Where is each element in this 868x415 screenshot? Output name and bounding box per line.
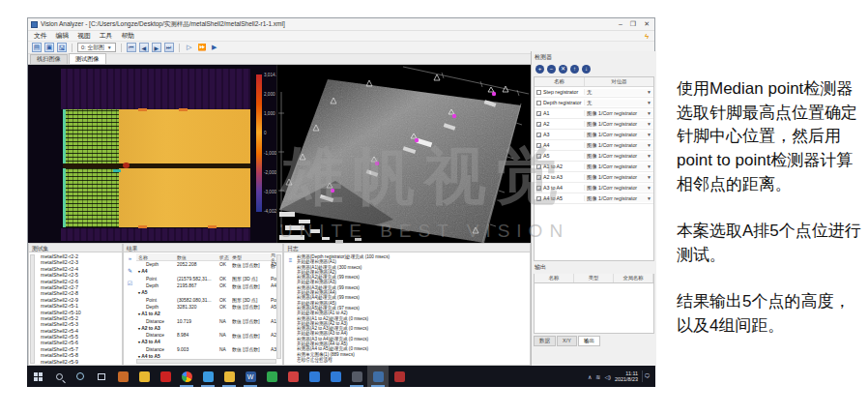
result-row[interactable]: Distance 10.719 NA 数值 [浮点数] A1A2 bbox=[136, 317, 276, 324]
detector-toolbar-button[interactable]: + bbox=[535, 65, 544, 74]
registrator-dropdown[interactable]: 图像 1/Corr registrator ▼ bbox=[585, 121, 653, 128]
detector-row[interactable]: A4 图像 1/Corr registrator ▼ bbox=[535, 140, 653, 151]
detector-row[interactable]: A2 to A3 图像 1/Corr registrator ▼ bbox=[535, 172, 653, 183]
detector-toolbar-button[interactable]: − bbox=[547, 65, 556, 74]
detector-checkbox[interactable] bbox=[536, 186, 541, 191]
run-all-button[interactable]: ⏩ bbox=[197, 43, 207, 52]
detector-row[interactable]: A3 图像 1/Corr registrator ▼ bbox=[535, 130, 653, 140]
detector-row[interactable]: A1 图像 1/Corr registrator ▼ bbox=[535, 108, 653, 119]
depth-heatmap-view[interactable]: 3,014.32,0001,0000-1,000-2,000-3,000-4,0… bbox=[28, 65, 276, 243]
taskbar-app-icon[interactable] bbox=[176, 366, 197, 387]
result-row[interactable]: A5 bbox=[136, 289, 276, 296]
registrator-dropdown[interactable]: 图像 1/Corr registrator ▼ bbox=[585, 132, 653, 138]
menu-item[interactable]: 视图 bbox=[77, 31, 91, 41]
volume-icon[interactable]: ◁) bbox=[604, 373, 611, 380]
detector-row[interactable]: A2 图像 1/Corr registrator ▼ bbox=[535, 119, 653, 130]
image-tab[interactable]: 测试图像 bbox=[69, 53, 106, 64]
menu-item[interactable]: 工具 bbox=[100, 31, 113, 41]
detector-toolbar-button[interactable]: ✕ bbox=[559, 65, 567, 74]
edit-icon[interactable]: ✎ bbox=[128, 267, 132, 274]
task-view-icon[interactable] bbox=[91, 366, 112, 387]
result-row[interactable]: A3 to A4 bbox=[136, 339, 276, 345]
result-row[interactable]: Distance 8.984 NA 数值 [浮点数] A2A3 bbox=[136, 332, 276, 339]
detector-toolbar-button[interactable]: ↓ bbox=[582, 65, 591, 74]
result-row[interactable]: Depth 2052.208 OK 数值 [浮点数] A3H bbox=[136, 261, 276, 268]
result-row[interactable]: A4 bbox=[136, 268, 276, 275]
run-continuous-button[interactable]: ▶ bbox=[210, 43, 219, 52]
detector-checkbox[interactable] bbox=[536, 111, 541, 116]
new-file-button[interactable]: ▤ bbox=[32, 43, 42, 52]
registrator-dropdown[interactable]: 图像 1/Corr registrator ▼ bbox=[585, 195, 653, 202]
result-row[interactable]: Distance 9.003 NA 数值 [浮点数] A3A4 bbox=[136, 346, 276, 353]
last-image-button[interactable]: ⏭ bbox=[164, 43, 174, 52]
result-row[interactable]: Depth 2195.867 OK 数值 [浮点数] A4H bbox=[136, 282, 276, 289]
clear-log-icon[interactable]: ≡ bbox=[289, 257, 293, 263]
detector-checkbox[interactable] bbox=[536, 175, 541, 180]
detector-row[interactable]: Depth registrator 无 ▼ bbox=[535, 98, 653, 108]
start-button[interactable] bbox=[27, 366, 48, 387]
results-scrollbar[interactable] bbox=[276, 254, 281, 359]
detector-checkbox[interactable] bbox=[536, 90, 541, 95]
pointcloud-3d-view[interactable] bbox=[276, 65, 531, 243]
detector-checkbox[interactable] bbox=[536, 196, 541, 201]
result-row[interactable]: Depth 3281.320 OK 数值 [浮点数] A5H bbox=[136, 304, 276, 311]
check-icon[interactable]: ☑ bbox=[128, 280, 132, 286]
taskbar-app-icon[interactable] bbox=[282, 366, 304, 387]
detector-row[interactable]: Step registrator 无 ▼ bbox=[535, 87, 653, 98]
detector-checkbox[interactable] bbox=[536, 133, 541, 137]
first-image-button[interactable]: ⏮ bbox=[127, 43, 136, 52]
result-row[interactable]: Point (21579.582,31... OK 图形 [3D 点] Poin… bbox=[136, 276, 276, 282]
view-select-dropdown[interactable]: 0: 全部图 ▼ bbox=[77, 43, 116, 52]
panel-tab[interactable]: 数据 bbox=[534, 336, 556, 346]
notification-icon[interactable]: 🗨 bbox=[642, 371, 651, 382]
cortana-icon[interactable] bbox=[70, 366, 91, 387]
detector-row[interactable]: A5 图像 1/Corr registrator ▼ bbox=[535, 151, 653, 162]
close-button[interactable]: ✕ bbox=[644, 20, 650, 28]
registrator-dropdown[interactable]: 图像 1/Corr registrator ▼ bbox=[585, 163, 653, 170]
panel-tab[interactable]: X/Y bbox=[557, 336, 577, 346]
registrator-dropdown[interactable]: 图像 1/Corr registrator ▼ bbox=[585, 174, 653, 181]
prev-image-button[interactable]: ◀ bbox=[139, 43, 149, 52]
network-icon[interactable]: ≋ bbox=[595, 373, 600, 380]
menu-item[interactable]: 帮助 bbox=[121, 31, 134, 41]
title-bar[interactable]: Vision Analyzer - [C:/Users/Longze/Deskt… bbox=[28, 18, 654, 31]
next-image-button[interactable]: ▶ bbox=[152, 43, 161, 52]
detector-checkbox[interactable] bbox=[536, 164, 541, 169]
test-list-item[interactable]: metalShell2-r5-9 bbox=[37, 359, 121, 364]
detector-toolbar-button[interactable]: ↑ bbox=[570, 65, 579, 74]
taskbar-app-icon[interactable] bbox=[261, 366, 282, 387]
results-h-scrollbar[interactable] bbox=[136, 359, 276, 364]
taskbar-app-icon[interactable] bbox=[218, 366, 240, 387]
taskbar-app-icon[interactable] bbox=[112, 366, 133, 387]
registrator-dropdown[interactable]: 图像 1/Corr registrator ▼ bbox=[585, 142, 653, 149]
chevron-up-icon[interactable]: ∧ bbox=[588, 373, 592, 380]
minimize-button[interactable]: – bbox=[619, 20, 622, 28]
detector-row[interactable]: A3 to A4 图像 1/Corr registrator ▼ bbox=[535, 183, 653, 193]
taskbar-app-icon[interactable] bbox=[133, 366, 155, 387]
detector-row[interactable]: A4 to A5 图像 1/Corr registrator ▼ bbox=[535, 193, 653, 204]
registrator-dropdown[interactable]: 图像 1/Corr registrator ▼ bbox=[585, 153, 653, 160]
save-button[interactable]: 🖫 bbox=[57, 43, 67, 52]
taskbar-app-icon[interactable] bbox=[367, 366, 389, 387]
run-once-button[interactable]: ▷ bbox=[185, 43, 194, 52]
taskbar-app-icon[interactable] bbox=[197, 366, 218, 387]
result-row[interactable]: A2 to A3 bbox=[136, 325, 276, 332]
detector-checkbox[interactable] bbox=[536, 101, 541, 105]
taskbar-app-icon[interactable] bbox=[389, 366, 410, 387]
panel-tab[interactable]: 输出 bbox=[578, 336, 600, 346]
image-tab[interactable]: 线扫图像 bbox=[30, 54, 68, 64]
detector-checkbox[interactable] bbox=[536, 143, 541, 148]
taskbar-app-icon[interactable] bbox=[304, 366, 325, 387]
maximize-button[interactable]: ❐ bbox=[630, 20, 636, 28]
test-list-scrollbar[interactable] bbox=[30, 254, 35, 364]
registrator-dropdown[interactable]: 无 ▼ bbox=[585, 89, 653, 96]
taskbar-app-icon[interactable] bbox=[346, 366, 367, 387]
open-file-button[interactable]: ▣ bbox=[44, 43, 54, 52]
taskbar-clock[interactable]: 11:11 2021/8/23 bbox=[615, 371, 638, 383]
taskbar-app-icon[interactable] bbox=[325, 366, 346, 387]
detector-checkbox[interactable] bbox=[536, 122, 541, 127]
detector-row[interactable]: A1 to A2 图像 1/Corr registrator ▼ bbox=[535, 162, 653, 172]
result-row[interactable]: Point (30582.080,31... OK 图形 [3D 点] Poin… bbox=[136, 296, 276, 303]
result-row[interactable]: A1 to A2 bbox=[136, 311, 276, 317]
run-icon[interactable]: » bbox=[129, 255, 131, 261]
